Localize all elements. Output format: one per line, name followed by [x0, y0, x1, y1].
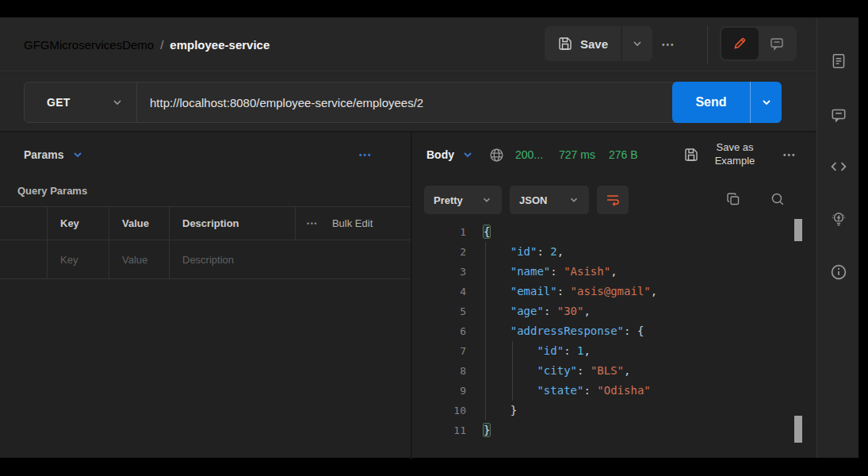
send-button-label: Send [695, 95, 726, 109]
line-number: 2 [412, 242, 466, 262]
value-input[interactable]: Value [109, 240, 169, 278]
table-more-dots-icon[interactable]: ••• [307, 220, 318, 228]
chevron-down-icon [760, 96, 773, 109]
info-button[interactable] [817, 256, 859, 288]
line-number: 5 [412, 301, 466, 321]
save-button[interactable]: Save [545, 26, 621, 61]
table-row: Key Value Description [0, 240, 411, 279]
code-line[interactable]: 7 "id": 1, [412, 341, 816, 361]
breadcrumb-collection[interactable]: GFGMicroservicesDemo [24, 38, 154, 52]
search-button[interactable] [767, 189, 788, 209]
line-content: "email": "asis@gmail", [466, 285, 657, 298]
save-button-label: Save [580, 37, 608, 51]
comment-mode-button[interactable] [759, 28, 796, 60]
pencil-icon [732, 36, 748, 52]
info-icon [829, 263, 848, 282]
edit-mode-button[interactable] [721, 28, 759, 60]
comments-button[interactable] [817, 99, 859, 131]
params-tab-bar: Params ••• [0, 132, 411, 177]
code-line[interactable]: 6 "addressResponse": { [412, 321, 816, 341]
line-content: "id": 2, [466, 245, 564, 258]
code-line[interactable]: 9 "state": "Odisha" [412, 381, 816, 401]
search-icon [770, 191, 786, 207]
code-lines: 1{2 "id": 2,3 "name": "Asish",4 "email":… [412, 222, 816, 440]
code-line[interactable]: 2 "id": 2, [412, 242, 816, 262]
body-tab-label: Body [426, 148, 454, 161]
column-header-value: Value [109, 207, 169, 240]
format-dropdown-label: Pretty [434, 194, 463, 206]
status-badge[interactable]: 200... [515, 132, 543, 177]
params-more-button[interactable]: ••• [359, 132, 373, 177]
tab-response-body[interactable]: Body [426, 132, 474, 177]
format-dropdown[interactable]: Pretty [424, 186, 502, 214]
save-options-button[interactable] [622, 26, 652, 61]
key-input[interactable]: Key [47, 240, 109, 278]
row-select-cell[interactable] [0, 240, 47, 278]
network-info-icon[interactable] [488, 147, 505, 163]
bulk-edit-button[interactable]: Bulk Edit [332, 217, 373, 229]
line-number: 9 [412, 381, 466, 401]
chevron-down-icon [111, 96, 124, 109]
code-line[interactable]: 3 "name": "Asish", [412, 262, 816, 282]
line-content: } [466, 424, 490, 436]
context-sidebar [816, 17, 858, 458]
save-as-example-button[interactable]: Save as Example [704, 132, 766, 177]
table-header-row: Key Value Description ••• Bulk Edit [0, 206, 411, 240]
response-view-toolbar: Pretty JSON [412, 182, 816, 217]
request-more-actions-button[interactable]: ••• [662, 17, 675, 71]
save-response-icon[interactable] [683, 147, 699, 163]
code-line[interactable]: 1{ [412, 222, 816, 242]
send-button[interactable]: Send [672, 82, 750, 123]
indent-guide [512, 341, 513, 401]
lightbulb-icon [829, 210, 848, 229]
send-options-button[interactable] [750, 82, 782, 123]
documentation-button[interactable] [817, 45, 859, 77]
url-bar: GET [24, 82, 686, 123]
column-header-key: Key [47, 207, 109, 240]
scrollbar-thumb[interactable] [794, 416, 802, 443]
code-snippet-button[interactable] [817, 151, 859, 182]
line-number: 3 [412, 262, 466, 282]
scrollbar-thumb[interactable] [794, 219, 802, 241]
response-size[interactable]: 276 B [609, 132, 638, 177]
row-select-header-cell [0, 207, 47, 240]
chevron-down-icon [71, 148, 84, 161]
wrap-text-button[interactable] [597, 186, 629, 214]
code-line[interactable]: 5 "age": "30", [412, 301, 816, 321]
breadcrumb-request-name[interactable]: employee-service [170, 38, 270, 52]
language-dropdown[interactable]: JSON [510, 186, 589, 214]
topbar-divider [707, 25, 708, 63]
chevron-down-icon [568, 194, 579, 205]
save-split-button: Save [545, 26, 652, 61]
postman-workspace: GFGMicroservicesDemo / employee-service … [0, 17, 858, 458]
method-dropdown[interactable]: GET [25, 83, 137, 122]
params-tab-label: Params [24, 148, 64, 161]
code-line[interactable]: 4 "email": "asis@gmail", [412, 282, 816, 301]
ai-suggestions-button[interactable] [817, 204, 859, 236]
chevron-down-icon [631, 37, 644, 50]
copy-icon [725, 191, 741, 207]
line-content: { [466, 225, 490, 238]
line-number: 7 [412, 341, 466, 361]
description-input[interactable]: Description [169, 240, 411, 278]
tab-params[interactable]: Params [24, 132, 84, 177]
query-params-title: Query Params [17, 185, 87, 197]
code-line[interactable]: 11} [412, 420, 816, 440]
line-content: "addressResponse": { [466, 324, 644, 337]
response-body-viewer[interactable]: 1{2 "id": 2,3 "name": "Asish",4 "email":… [412, 222, 816, 459]
code-icon [829, 157, 848, 176]
column-header-description: Description [169, 207, 295, 240]
app-window: GFGMicroservicesDemo / employee-service … [0, 0, 868, 476]
code-line[interactable]: 10 } [412, 401, 816, 420]
copy-button[interactable] [723, 189, 744, 209]
main-panels: Params ••• Query Params Key Value Descri… [0, 131, 816, 458]
query-params-table: Key Value Description ••• Bulk Edit Key … [0, 206, 411, 279]
response-panel: Body 200... 727 ms 276 B [412, 132, 816, 459]
send-split-button: Send [672, 82, 782, 123]
response-more-button[interactable]: ••• [783, 132, 797, 177]
code-line[interactable]: 8 "city": "BLS", [412, 361, 816, 381]
line-number: 8 [412, 361, 466, 381]
url-input[interactable] [137, 96, 685, 109]
response-time[interactable]: 727 ms [559, 132, 595, 177]
table-actions-cell: ••• Bulk Edit [295, 207, 411, 240]
